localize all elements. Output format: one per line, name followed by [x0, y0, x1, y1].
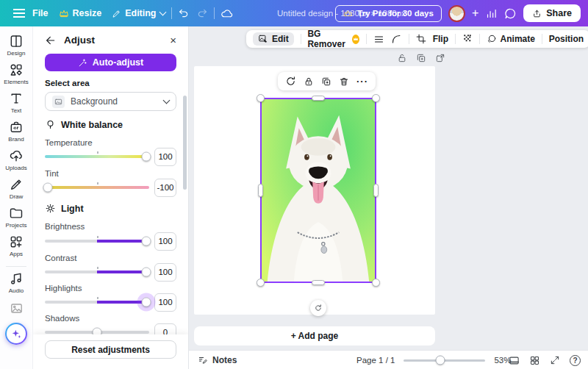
back-icon[interactable] — [45, 35, 57, 46]
resize-handle-top-right[interactable] — [372, 94, 380, 102]
pro-crown-icon — [352, 35, 359, 44]
contrast-slider-handle[interactable] — [141, 268, 151, 277]
auto-adjust-button[interactable]: Auto-adjust — [45, 54, 176, 71]
insights-chart-icon[interactable] — [485, 7, 498, 20]
brightness-value[interactable]: 100 — [154, 232, 176, 251]
fullscreen-icon[interactable] — [550, 355, 560, 365]
contrast-value[interactable]: 100 — [154, 263, 176, 282]
sidebar-item-uploads[interactable]: Uploads — [0, 148, 33, 177]
notes-button[interactable]: Notes — [198, 351, 237, 369]
canvas-area: Edit BG Remover Flip — [189, 26, 588, 350]
undo-button[interactable] — [178, 7, 190, 19]
tint-value[interactable]: -100 — [154, 179, 176, 197]
crop-icon[interactable] — [416, 34, 426, 44]
rotate-icon — [314, 304, 323, 312]
pages-grid-icon[interactable] — [529, 355, 540, 366]
tint-slider[interactable] — [45, 186, 149, 189]
bg-remover-button[interactable]: BG Remover — [307, 29, 359, 49]
rotate-handle[interactable] — [310, 300, 326, 316]
highlights-slider[interactable] — [45, 301, 149, 304]
brightness-slider-handle[interactable] — [141, 237, 151, 246]
resize-handle-bottom-right[interactable] — [372, 279, 380, 287]
share-button[interactable]: Share — [523, 4, 581, 22]
resize-handle-top-left[interactable] — [257, 94, 265, 102]
curve-icon[interactable] — [391, 34, 402, 45]
sidebar-item-apps[interactable]: Apps — [0, 234, 33, 263]
duplicate-page-icon[interactable] — [416, 53, 426, 63]
cloud-save-icon — [220, 7, 233, 20]
resize-menu[interactable]: Resize — [59, 8, 102, 18]
redo-button[interactable] — [196, 7, 208, 19]
photos-icon[interactable] — [10, 301, 24, 315]
reset-adjustments-button[interactable]: Reset adjustments — [45, 340, 176, 359]
view-controls: ? — [509, 351, 581, 369]
tint-slider-handle[interactable] — [43, 183, 53, 193]
replace-cycle-icon[interactable] — [285, 76, 296, 87]
transparency-icon[interactable] — [462, 33, 473, 46]
zoom-slider-handle[interactable] — [436, 356, 445, 365]
highlights-value[interactable]: 100 — [154, 293, 176, 312]
tint-slider-row: -100 — [45, 178, 176, 197]
design-title[interactable]: Untitled design - 1080px × 1080px — [277, 0, 406, 26]
brightness-slider[interactable] — [45, 240, 149, 243]
white-balance-label: White balance — [61, 120, 123, 130]
help-button[interactable]: ? — [570, 355, 581, 366]
shadows-label: Shadows — [45, 314, 176, 323]
add-member-button[interactable]: + — [472, 7, 478, 19]
sidebar-item-label: Draw — [10, 193, 24, 200]
add-page-button[interactable]: + Add page — [194, 326, 435, 345]
lock-icon[interactable] — [304, 76, 314, 87]
sidebar-item-projects[interactable]: Projects — [0, 206, 33, 234]
sidebar-item-audio[interactable]: Audio — [0, 271, 33, 300]
unlock-page-icon[interactable] — [397, 53, 407, 63]
sidebar-item-draw[interactable]: Draw — [0, 177, 33, 206]
contrast-slider[interactable] — [45, 271, 149, 273]
toolbar-divider — [301, 34, 301, 44]
magic-assistant-button[interactable] — [5, 323, 27, 345]
sidebar-item-elements[interactable]: Elements — [0, 62, 33, 91]
select-area-label: Select area — [45, 79, 176, 87]
zoom-slider[interactable] — [404, 359, 485, 362]
brightness-slider-row: 100 — [45, 232, 176, 251]
brightness-label: Brightness — [45, 222, 176, 231]
highlights-slider-handle[interactable] — [141, 298, 151, 307]
image-thumbnail-icon — [52, 96, 65, 108]
resize-handle-right[interactable] — [373, 184, 379, 197]
file-menu[interactable]: File — [32, 8, 49, 18]
element-toolbar: ··· — [278, 72, 376, 90]
editing-mode-menu[interactable]: Editing — [112, 8, 165, 18]
file-menu-label: File — [32, 8, 49, 18]
temperature-value[interactable]: 100 — [154, 148, 176, 166]
flip-button[interactable]: Flip — [433, 34, 448, 44]
edit-button[interactable]: Edit — [253, 32, 294, 46]
resize-menu-label: Resize — [73, 8, 102, 18]
avatar[interactable] — [448, 5, 465, 22]
panel-scrollbar[interactable] — [183, 96, 187, 190]
selected-image[interactable] — [260, 98, 376, 283]
export-page-icon[interactable] — [435, 53, 445, 63]
sidebar-item-brand[interactable]: Brand — [0, 120, 33, 148]
position-button[interactable]: Position — [549, 34, 584, 44]
sidebar-item-text[interactable]: Text — [0, 91, 33, 120]
close-icon[interactable]: × — [170, 34, 176, 46]
resize-handle-bottom-left[interactable] — [257, 279, 265, 287]
main-menu-icon[interactable] — [13, 9, 25, 18]
select-area-dropdown[interactable]: Background — [45, 92, 176, 111]
duplicate-icon[interactable] — [321, 76, 331, 87]
animate-button[interactable]: Animate — [487, 34, 535, 44]
delete-trash-icon[interactable] — [339, 76, 349, 87]
shadows-slider[interactable] — [45, 331, 149, 334]
resize-handle-bottom[interactable] — [312, 280, 325, 285]
toolbar-divider — [366, 34, 367, 44]
stroke-weight-icon[interactable] — [373, 34, 384, 45]
upload-cloud-icon — [9, 148, 24, 163]
temperature-slider-handle[interactable] — [141, 152, 151, 162]
resize-handle-left[interactable] — [258, 184, 263, 197]
text-icon — [9, 91, 24, 106]
temperature-slider[interactable] — [45, 155, 149, 158]
sidebar-item-design[interactable]: Design — [0, 34, 33, 62]
grid-view-icon[interactable] — [509, 355, 520, 366]
comments-icon[interactable] — [504, 7, 517, 20]
resize-handle-top[interactable] — [312, 96, 325, 101]
editing-mode-label: Editing — [125, 8, 156, 18]
